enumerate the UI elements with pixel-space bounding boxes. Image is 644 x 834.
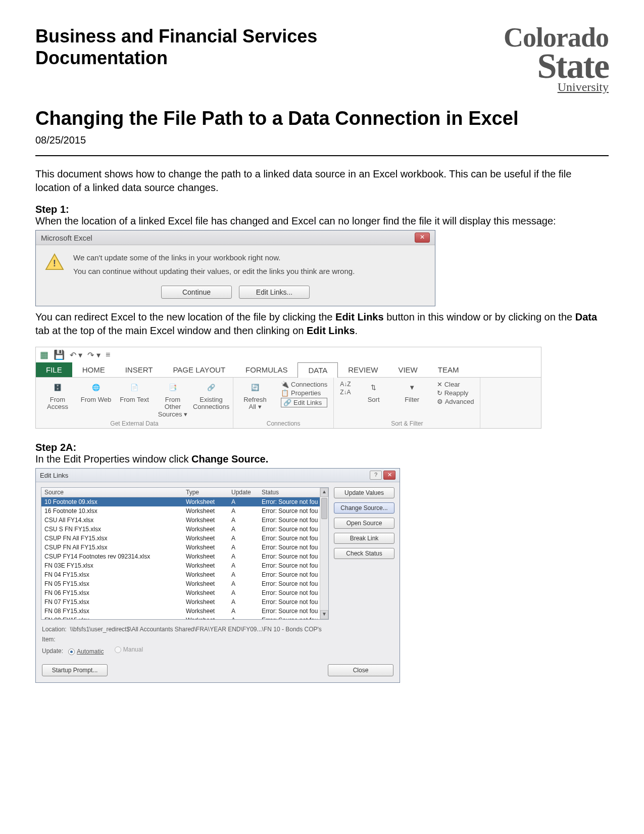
sort-az-button[interactable]: A↓Z [340,381,351,388]
connections-button[interactable]: 🔌 Connections [281,381,327,388]
dialog-msg1: We can't update some of the links in you… [73,253,355,262]
edit-links-ribbon-button[interactable]: 🔗 Edit Links [281,398,327,407]
scroll-up-icon[interactable]: ▲ [320,488,328,497]
link-row[interactable]: CSU S FN FY15.xlsxWorksheetAError: Sourc… [41,525,328,534]
cell-source: FN 08 FY15.xlsx [44,608,186,615]
lbl: From Other Sources ▾ [157,396,188,418]
tab-home[interactable]: HOME [72,362,115,377]
link-row[interactable]: FN 05 FY15.xlsxWorksheetAError: Source n… [41,579,328,588]
cell-update: A [231,544,262,551]
cell-status: Error: Source not fou [262,617,325,620]
tab-formulas[interactable]: FORMULAS [235,362,298,377]
link-row[interactable]: FN 07 FY15.xlsxWorksheetAError: Source n… [41,597,328,607]
open-source-button[interactable]: Open Source [334,518,394,529]
cell-status: Error: Source not fou [262,526,325,533]
link-row[interactable]: FN 04 FY15.xlsxWorksheetAError: Source n… [41,570,328,579]
filter-button[interactable]: ▼Filter [397,381,428,403]
bold-edit-links: Edit Links [335,311,384,322]
close-icon[interactable]: ✕ [383,471,395,480]
cell-type: Worksheet [186,535,231,542]
tab-team[interactable]: TEAM [428,362,469,377]
tab-file[interactable]: FILE [36,362,72,377]
cell-type: Worksheet [186,598,231,606]
break-link-button[interactable]: Break Link [334,533,394,544]
lbl: Reapply [444,389,469,397]
group-connections: Connections [267,418,301,427]
vertical-scrollbar[interactable]: ▲ ▼ [320,488,328,619]
edit-links-dialog: Edit Links ? ✕ Source Type Update Status… [35,468,400,683]
cell-source: CSU All FY14.xlsx [44,517,186,524]
save-icon[interactable]: 💾 [54,349,65,360]
lbl: Filter [405,396,419,403]
cell-type: Worksheet [186,517,231,524]
link-row[interactable]: FN 08 FY15.xlsxWorksheetAError: Source n… [41,607,328,616]
bold-change-source: Change Source. [191,453,268,465]
cell-source: FN 09 FY15.xlsx [44,617,186,620]
from-access-button[interactable]: 🗄️From Access [42,381,73,411]
link-row[interactable]: 16 Footnote 10.xlsxWorksheetAError: Sour… [41,506,328,516]
txt: tab at the top of the main Excel window … [35,325,307,336]
from-text-button[interactable]: 📄From Text [119,381,150,403]
link-row[interactable]: CSUP FN All FY15.xlsxWorksheetAError: So… [41,534,328,543]
advanced-button[interactable]: ⚙ Advanced [437,398,474,405]
tab-review[interactable]: REVIEW [338,362,388,377]
update-manual-radio[interactable]: Manual [115,646,143,653]
reapply-button[interactable]: ↻ Reapply [437,389,474,397]
cell-status: Error: Source not fou [262,553,325,560]
txt: You can redirect Excel to the new locati… [35,311,335,322]
txt: In the Edit Properties window click [35,453,191,465]
lbl: Advanced [445,398,474,405]
link-row[interactable]: 10 Footnote 09.xlsxWorksheetAError: Sour… [41,497,328,506]
separator [35,155,609,156]
cell-update: A [231,598,262,606]
continue-button[interactable]: Continue [161,286,232,299]
group-get-external-data: Get External Data [110,418,158,427]
close-button[interactable]: Close [328,664,393,676]
scroll-down-icon[interactable]: ▼ [320,610,328,619]
tab-insert[interactable]: INSERT [115,362,163,377]
cell-update: A [231,580,262,587]
refresh-all-button[interactable]: 🔄Refresh All ▾ [239,381,271,411]
update-values-button[interactable]: Update Values [334,487,394,498]
link-row[interactable]: CSU All FY14.xlsxWorksheetAError: Source… [41,516,328,525]
links-listbox[interactable]: Source Type Update Status 10 Footnote 09… [41,487,329,620]
cell-update: A [231,571,262,578]
sort-za-button[interactable]: Z↓A [340,389,351,396]
cell-type: Worksheet [186,589,231,596]
change-source-button[interactable]: Change Source... [334,502,394,514]
sort-button[interactable]: ⇅Sort [358,381,389,403]
link-row[interactable]: CSUP FN All FY15.xlsxWorksheetAError: So… [41,543,328,552]
edit-links-button[interactable]: Edit Links... [239,286,310,299]
from-web-button[interactable]: 🌐From Web [80,381,112,403]
cell-source: CSUP FN All FY15.xlsx [44,544,186,551]
cell-status: Error: Source not fou [262,535,325,542]
clear-button[interactable]: ✕ Clear [437,381,474,388]
cell-update: A [231,498,262,505]
cell-source: FN 05 FY15.xlsx [44,580,186,587]
link-row[interactable]: CSUP FY14 Footnotes rev 092314.xlsxWorks… [41,552,328,561]
update-automatic-radio[interactable]: Automatic [68,648,104,655]
link-row[interactable]: FN 03E FY15.xlsxWorksheetAError: Source … [41,561,328,570]
redo-icon[interactable]: ↷ ▾ [87,350,100,360]
step2a-text: In the Edit Properties window click Chan… [35,453,609,465]
properties-button[interactable]: 📋 Properties [281,389,327,397]
undo-icon[interactable]: ↶ ▾ [70,350,82,360]
check-status-button[interactable]: Check Status [334,548,394,559]
lbl: Existing Connections [193,396,229,411]
qat-more-icon[interactable]: ≡ [106,350,110,359]
close-icon[interactable]: ✕ [415,233,430,243]
tab-view[interactable]: VIEW [388,362,427,377]
link-row[interactable]: FN 06 FY15.xlsxWorksheetAError: Source n… [41,588,328,597]
lbl: Automatic [77,648,104,655]
cell-status: Error: Source not fou [262,598,325,606]
from-other-button[interactable]: 📑From Other Sources ▾ [157,381,188,418]
startup-prompt-button[interactable]: Startup Prompt... [42,664,108,676]
help-icon[interactable]: ? [370,471,382,480]
cell-update: A [231,562,262,569]
link-row[interactable]: FN 09 FY15.xlsxWorksheetAError: Source n… [41,616,328,620]
tab-data[interactable]: DATA [298,362,338,378]
scroll-thumb[interactable] [321,498,327,519]
quick-access-toolbar: ▦ 💾 ↶ ▾ ↷ ▾ ≡ [36,347,541,362]
existing-connections-button[interactable]: 🔗Existing Connections [195,381,227,411]
tab-page-layout[interactable]: PAGE LAYOUT [163,362,235,377]
